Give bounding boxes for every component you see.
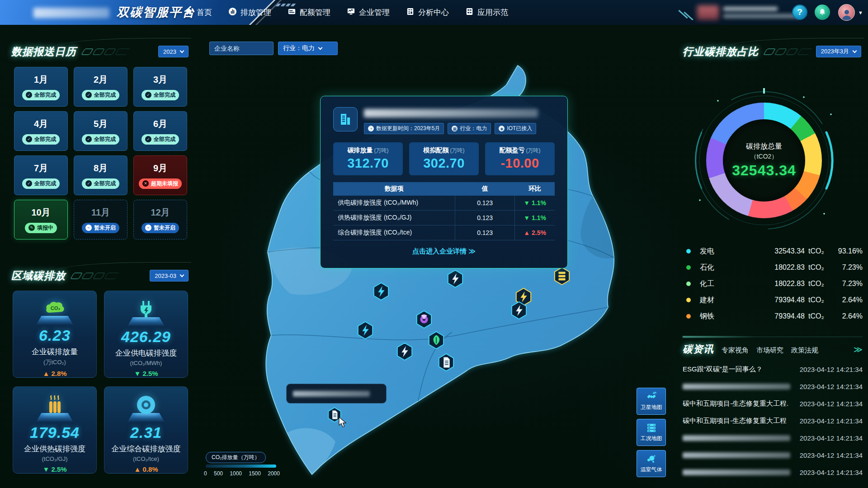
calendar-year-select[interactable]: 2023 xyxy=(158,46,189,57)
tab-expert-view[interactable]: 专家视角 xyxy=(722,346,749,355)
stat-value: 426.29 xyxy=(121,328,171,346)
co2-cloud-icon: CO₂ xyxy=(43,297,66,321)
map-legend-gradient xyxy=(206,465,276,468)
enterprise-detail-link[interactable]: 点击进入企业详情 ≫ xyxy=(333,247,555,256)
month-card-jun[interactable]: 6月全部完成 xyxy=(133,111,187,151)
stat-unit: (万tCO₂) xyxy=(43,358,66,366)
region-title: 区域碳排放 xyxy=(11,269,66,283)
news-item[interactable]: 2023-04-12 14:21:34 xyxy=(683,446,863,464)
news-item[interactable]: 2023-04-12 14:21:34 xyxy=(683,378,863,395)
nav-item-enterprise[interactable]: 企业管理 xyxy=(347,7,390,18)
month-card-nov[interactable]: 11月暂未开启 xyxy=(74,200,127,239)
building-icon xyxy=(333,107,358,131)
nav-item-demo[interactable]: 应用示范 xyxy=(465,7,508,18)
map-marker-power[interactable] xyxy=(373,282,390,301)
quota-card-icon xyxy=(288,7,296,18)
map-marker-power[interactable] xyxy=(357,321,374,340)
check-icon xyxy=(26,92,32,98)
user-avatar[interactable] xyxy=(838,4,855,21)
edit-icon xyxy=(28,225,35,231)
servers-icon xyxy=(646,422,657,433)
operations-map-button[interactable]: 工况地图 xyxy=(637,419,666,446)
news-item[interactable]: 2023-04-12 14:21:34 xyxy=(683,464,863,481)
clock-icon: ◔ xyxy=(368,126,374,131)
month-card-feb[interactable]: 2月全部完成 xyxy=(74,67,127,107)
month-card-may[interactable]: 5月全部完成 xyxy=(74,111,127,151)
news-more-arrow[interactable]: ≫ xyxy=(854,344,863,355)
tab-policy[interactable]: 政策法规 xyxy=(791,346,818,355)
satellite-icon xyxy=(646,391,657,402)
chevron-down-icon xyxy=(180,272,184,277)
industry-filter-select[interactable]: 行业：电力 xyxy=(278,42,338,55)
map-marker-power[interactable] xyxy=(510,301,528,320)
month-card-apr[interactable]: 4月全部完成 xyxy=(14,111,68,151)
donut-center: 碳排放总量 （tCO2） 32543.34 xyxy=(723,119,805,202)
calendar-panel-header: 数据报送日历 2023 xyxy=(11,43,189,60)
nav-item-emissions[interactable]: 排放管理 xyxy=(228,7,271,18)
news-item[interactable]: 碳中和五期项目-生态修复重大工程...2023-04-12 14:21:34 xyxy=(683,395,863,412)
legend-dot xyxy=(686,314,691,319)
month-card-dec[interactable]: 12月暂未开启 xyxy=(133,200,187,239)
month-card-jul[interactable]: 7月全部完成 xyxy=(14,155,68,195)
enterprise-search-input[interactable] xyxy=(209,42,274,55)
greenhouse-gas-button[interactable]: 温室气体 xyxy=(637,450,666,477)
power-plug-icon xyxy=(134,297,158,321)
stat-label: 企业供电碳排强度 xyxy=(115,348,177,358)
stat-unit: (tCO₂/tce) xyxy=(133,455,159,462)
iot-tag: ◈IOT已接入 xyxy=(495,123,536,134)
minus-icon xyxy=(145,225,151,231)
top-nav: 双碳智服平台 首页 排放管理 配额管理 企业管理 分析中心 xyxy=(0,0,868,25)
home-icon xyxy=(184,7,193,18)
news-item[interactable]: 2023-04-12 14:21:34 xyxy=(683,429,863,446)
industry-title: 行业碳排放占比 xyxy=(683,45,759,59)
stat-trend: 0.8% xyxy=(134,465,158,473)
molecule-icon xyxy=(646,454,657,465)
map-marker-finance[interactable] xyxy=(553,267,571,286)
map-marker-nuclear[interactable] xyxy=(415,310,433,329)
legend-dot xyxy=(686,298,691,302)
partner-text-redacted-2 xyxy=(723,14,800,18)
legend-row-chemical: 化工 18022.83 tCO₂ 7.23% xyxy=(684,276,863,292)
table-row: 供电碳排放强度 (tCO₂/MWh)0.1231.1% xyxy=(333,196,555,211)
stat-trend: 2.5% xyxy=(42,465,66,473)
tab-market-research[interactable]: 市场研究 xyxy=(756,346,783,355)
title-decor xyxy=(765,48,811,55)
status-badge: 暂未开启 xyxy=(142,223,179,233)
check-icon xyxy=(85,136,92,142)
stat-value: 6.23 xyxy=(39,327,71,344)
month-card-aug[interactable]: 8月全部完成 xyxy=(74,155,127,195)
nav-item-analysis[interactable]: 分析中心 xyxy=(406,7,449,18)
notifications-button[interactable] xyxy=(815,5,830,20)
brand-logo-redacted xyxy=(33,8,109,18)
nav-item-home[interactable]: 首页 xyxy=(184,7,212,18)
map-marker-power[interactable] xyxy=(396,342,413,361)
stat-value: 179.54 xyxy=(30,424,80,441)
partner-logo-redacted xyxy=(697,5,719,20)
legend-row-power: 发电 32543.34 tCO₂ 93.16% xyxy=(684,243,863,259)
news-item[interactable]: ESG跟“双碳”是一回事么？2023-04-12 14:21:34 xyxy=(683,361,863,378)
map-marker-power[interactable] xyxy=(447,269,464,288)
month-card-oct[interactable]: 10月填报中 xyxy=(14,200,68,239)
month-card-sep[interactable]: 9月超期未填报 xyxy=(133,155,187,195)
help-button[interactable]: ? xyxy=(792,5,807,20)
industry-period-select[interactable]: 2023年3月 xyxy=(816,46,861,57)
news-item[interactable]: 碳中和五期项目-生态修复重大工程2023-04-12 14:21:34 xyxy=(683,412,863,429)
news-list: ESG跟“双碳”是一回事么？2023-04-12 14:21:34 2023-0… xyxy=(683,361,863,481)
map-layer-buttons: 卫星地图 工况地图 温室气体 xyxy=(637,388,666,477)
user-menu-caret[interactable]: ▼ xyxy=(858,10,863,15)
news-header: 碳资讯 专家视角 市场研究 政策法规 ≫ xyxy=(683,343,863,356)
company-name-redacted xyxy=(364,109,538,117)
status-badge: 填报中 xyxy=(25,223,57,233)
map-marker-eco[interactable] xyxy=(428,331,445,350)
nav-item-quota[interactable]: 配额管理 xyxy=(288,7,330,18)
stat-card-composite: 2.31 企业综合碳排放强度 (tCO₂/tce) 0.8% xyxy=(104,386,188,474)
donut-center-unit: （tCO2） xyxy=(750,153,778,161)
month-card-mar[interactable]: 3月全部完成 xyxy=(133,67,187,107)
legend-dot xyxy=(686,249,691,253)
month-card-jan[interactable]: 1月全部完成 xyxy=(14,67,68,107)
stat-trend: 2.8% xyxy=(42,370,66,377)
map-marker-report[interactable] xyxy=(438,353,455,372)
satellite-map-button[interactable]: 卫星地图 xyxy=(637,388,666,415)
region-period-select[interactable]: 2023-03 xyxy=(150,270,189,282)
check-icon xyxy=(145,136,151,142)
